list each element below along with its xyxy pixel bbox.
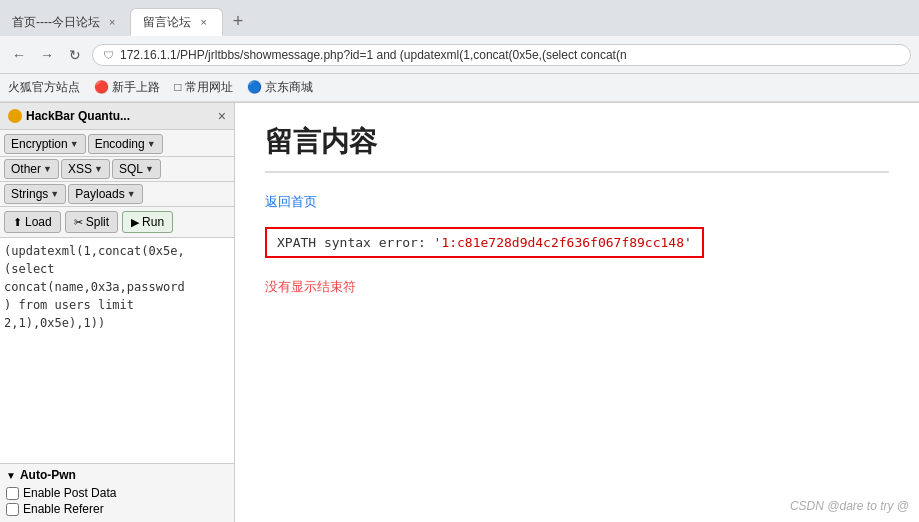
bookmark-jd-label: 🔵 京东商城 xyxy=(247,79,313,96)
page-title: 留言内容 xyxy=(265,123,889,173)
page-content: 留言内容 返回首页 XPATH syntax error: '1:c81e728… xyxy=(235,103,919,522)
tab-1-close[interactable]: × xyxy=(106,15,118,29)
back-link[interactable]: 返回首页 xyxy=(265,193,889,211)
load-button[interactable]: ⬆ Load xyxy=(4,211,61,233)
tab-2-title: 留言论坛 xyxy=(143,14,191,31)
hackbar-logo xyxy=(8,109,22,123)
split-label: Split xyxy=(86,215,109,229)
sql-dropdown[interactable]: SQL ▼ xyxy=(112,159,161,179)
other-arrow: ▼ xyxy=(43,164,52,174)
post-data-row: Enable Post Data xyxy=(6,486,228,500)
load-icon: ⬆ xyxy=(13,216,22,229)
refresh-button[interactable]: ↻ xyxy=(64,44,86,66)
hackbar-header: HackBar Quantu... × xyxy=(0,103,234,130)
split-icon: ✂ xyxy=(74,216,83,229)
referer-label: Enable Referer xyxy=(23,502,104,516)
tab-2[interactable]: 留言论坛 × xyxy=(130,8,222,36)
xss-dropdown[interactable]: XSS ▼ xyxy=(61,159,110,179)
referer-checkbox[interactable] xyxy=(6,503,19,516)
no-end-symbol: 没有显示结束符 xyxy=(265,278,889,296)
watermark: CSDN @dare to try @ xyxy=(790,499,909,513)
hackbar-toolbar-row3: Strings ▼ Payloads ▼ xyxy=(0,182,234,207)
payloads-dropdown[interactable]: Payloads ▼ xyxy=(68,184,142,204)
other-dropdown[interactable]: Other ▼ xyxy=(4,159,59,179)
error-prefix: XPATH syntax error: ' xyxy=(277,235,441,250)
encoding-arrow: ▼ xyxy=(147,139,156,149)
tab-1[interactable]: 首页----今日论坛 × xyxy=(0,8,130,36)
hackbar-actions: ⬆ Load ✂ Split ▶ Run xyxy=(0,207,234,238)
forward-button[interactable]: → xyxy=(36,44,58,66)
encoding-label: Encoding xyxy=(95,137,145,151)
url-text: 172.16.1.1/PHP/jrltbbs/showmessage.php?i… xyxy=(120,48,627,62)
security-icon: 🛡 xyxy=(103,49,114,61)
error-value: 1:c81e728d9d4c2f636f067f89cc148 xyxy=(441,235,684,250)
autopwn-title: Auto-Pwn xyxy=(20,468,76,482)
main-content: 留言内容 返回首页 XPATH syntax error: '1:c81e728… xyxy=(235,103,919,522)
hackbar-panel: HackBar Quantu... × Encryption ▼ Encodin… xyxy=(0,103,235,522)
browser-chrome: 首页----今日论坛 × 留言论坛 × + ← → ↻ 🛡 172.16.1.1… xyxy=(0,0,919,103)
tab-bar: 首页----今日论坛 × 留言论坛 × + xyxy=(0,0,919,36)
sql-arrow: ▼ xyxy=(145,164,154,174)
bookmark-newbie-label: 🔴 新手上路 xyxy=(94,79,160,96)
browser-content: HackBar Quantu... × Encryption ▼ Encodin… xyxy=(0,103,919,522)
autopwn-header: ▼ Auto-Pwn xyxy=(6,468,228,482)
post-data-checkbox[interactable] xyxy=(6,487,19,500)
encryption-arrow: ▼ xyxy=(70,139,79,149)
encoding-dropdown[interactable]: Encoding ▼ xyxy=(88,134,163,154)
address-field[interactable]: 🛡 172.16.1.1/PHP/jrltbbs/showmessage.php… xyxy=(92,44,911,66)
xss-arrow: ▼ xyxy=(94,164,103,174)
tab-1-title: 首页----今日论坛 xyxy=(12,14,100,31)
strings-dropdown[interactable]: Strings ▼ xyxy=(4,184,66,204)
hackbar-toolbar-row1: Encryption ▼ Encoding ▼ xyxy=(0,130,234,157)
split-button[interactable]: ✂ Split xyxy=(65,211,118,233)
hackbar-close-button[interactable]: × xyxy=(218,108,226,124)
error-box: XPATH syntax error: '1:c81e728d9d4c2f636… xyxy=(265,227,704,258)
autopwn-section: ▼ Auto-Pwn Enable Post Data Enable Refer… xyxy=(0,464,234,522)
address-bar: ← → ↻ 🛡 172.16.1.1/PHP/jrltbbs/showmessa… xyxy=(0,36,919,74)
autopwn-arrow-icon: ▼ xyxy=(6,470,16,481)
run-button[interactable]: ▶ Run xyxy=(122,211,173,233)
post-data-label: Enable Post Data xyxy=(23,486,116,500)
tab-2-close[interactable]: × xyxy=(197,15,209,29)
back-button[interactable]: ← xyxy=(8,44,30,66)
bookmarks-bar: 火狐官方站点 🔴 新手上路 □ 常用网址 🔵 京东商城 xyxy=(0,74,919,102)
payloads-arrow: ▼ xyxy=(127,189,136,199)
strings-label: Strings xyxy=(11,187,48,201)
encryption-dropdown[interactable]: Encryption ▼ xyxy=(4,134,86,154)
error-suffix: ' xyxy=(684,235,692,250)
bookmark-firefox[interactable]: 火狐官方站点 xyxy=(8,79,80,96)
payloads-label: Payloads xyxy=(75,187,124,201)
bookmark-firefox-label: 火狐官方站点 xyxy=(8,79,80,96)
hackbar-textarea[interactable]: (updatexml(1,concat(0x5e, (select concat… xyxy=(0,238,234,464)
bookmark-common[interactable]: □ 常用网址 xyxy=(174,79,233,96)
bookmark-common-label: □ 常用网址 xyxy=(174,79,233,96)
other-label: Other xyxy=(11,162,41,176)
xss-label: XSS xyxy=(68,162,92,176)
run-label: Run xyxy=(142,215,164,229)
run-icon: ▶ xyxy=(131,216,139,229)
new-tab-button[interactable]: + xyxy=(223,7,254,36)
encryption-label: Encryption xyxy=(11,137,68,151)
load-label: Load xyxy=(25,215,52,229)
hackbar-toolbar-row2: Other ▼ XSS ▼ SQL ▼ xyxy=(0,157,234,182)
strings-arrow: ▼ xyxy=(50,189,59,199)
bookmark-newbie[interactable]: 🔴 新手上路 xyxy=(94,79,160,96)
sql-label: SQL xyxy=(119,162,143,176)
referer-row: Enable Referer xyxy=(6,502,228,516)
hackbar-title: HackBar Quantu... xyxy=(26,109,214,123)
bookmark-jd[interactable]: 🔵 京东商城 xyxy=(247,79,313,96)
